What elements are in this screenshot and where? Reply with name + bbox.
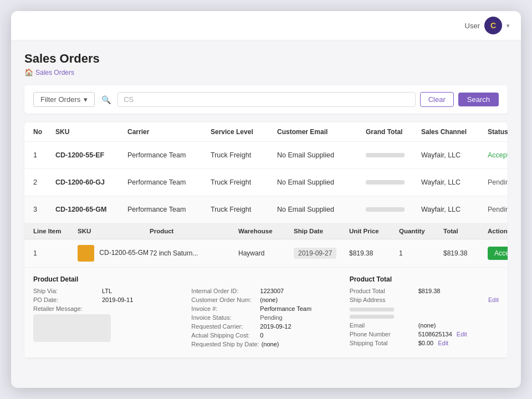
- row-sales-channel: Wayfair, LLC: [421, 151, 488, 159]
- ship-via-value: LTL: [102, 288, 112, 294]
- product-total-title: Product Total: [350, 275, 499, 283]
- status-badge: Accepted: [488, 151, 508, 159]
- col-ship-date: Ship Date: [294, 228, 349, 234]
- invoice-label: Invoice #:: [191, 305, 258, 312]
- row-sku: CD-1200-55-EF: [55, 151, 127, 159]
- row-no: 2: [33, 178, 55, 186]
- main-content: Sales Orders 🏠 Sales Orders Filter Order…: [11, 40, 521, 388]
- status-badge: Pending: [488, 178, 508, 186]
- search-icon[interactable]: 🔍: [99, 93, 113, 106]
- chevron-down-icon: ▾: [84, 95, 88, 104]
- invoice-row: Invoice #: Performance Team: [191, 305, 340, 312]
- row-service-level: Truck Freight: [211, 151, 277, 159]
- filter-orders-button[interactable]: Filter Orders ▾: [33, 92, 95, 107]
- col-sku: SKU: [55, 128, 127, 136]
- col-sku: SKU: [78, 228, 150, 234]
- row-sku: CD-1200-65-GM: [55, 206, 127, 213]
- breadcrumb-text: Sales Orders: [35, 69, 74, 76]
- retailer-msg-row: Retailer Message:: [33, 305, 182, 312]
- status-badge: Pending: [488, 206, 508, 213]
- requested-ship-value: (none): [262, 341, 279, 347]
- product-total-row: Product Total $819.38: [350, 288, 499, 294]
- invoice-status-value: Pending: [260, 314, 282, 321]
- col-warehouse: Warehouse: [238, 228, 294, 234]
- line-item-actions: Accept Reject: [488, 247, 508, 260]
- requested-ship-row: Requested Ship by Date: (none): [191, 341, 340, 347]
- line-item-quantity: 1: [399, 249, 443, 257]
- ship-via-row: Ship Via: LTL: [33, 288, 182, 294]
- invoice-status-label: Invoice Status:: [191, 314, 258, 321]
- row-no: 1: [33, 151, 55, 159]
- row-email: No Email Supplied: [277, 151, 366, 159]
- customer-order-row: Customer Order Num: (none): [191, 296, 340, 303]
- retailer-message-box: [33, 314, 111, 342]
- row-email: No Email Supplied: [277, 206, 366, 213]
- product-total-label: Product Total: [350, 288, 416, 294]
- line-item-no: 1: [33, 249, 78, 257]
- invoice-value: Performance Team: [260, 305, 311, 312]
- search-button[interactable]: Search: [458, 93, 499, 106]
- actual-shipping-label: Actual Shipping Cost:: [191, 332, 258, 339]
- table-header: No SKU Carrier Service Level Customer Em…: [24, 122, 508, 142]
- line-item-unit-price: $819.38: [349, 249, 399, 257]
- phone-edit[interactable]: Edit: [457, 331, 467, 337]
- internal-order-value: 1223007: [260, 288, 284, 294]
- shipping-edit[interactable]: Edit: [438, 340, 448, 346]
- page-title: Sales Orders: [24, 52, 508, 66]
- table-row: 3 CD-1200-65-GM Performance Team Truck F…: [24, 196, 508, 223]
- shipping-total-row: Shipping Total $0.00 Edit: [350, 340, 499, 346]
- accept-button[interactable]: Accept: [488, 247, 508, 260]
- row-carrier: Performance Team: [127, 178, 211, 186]
- row-sales-channel: Wayfair, LLC: [421, 178, 488, 186]
- row-sales-channel: Wayfair, LLC: [421, 206, 488, 213]
- ship-address-edit[interactable]: Edit: [488, 296, 499, 303]
- customer-order-label: Customer Order Num:: [191, 296, 258, 303]
- orders-table: No SKU Carrier Service Level Customer Em…: [24, 122, 508, 358]
- filter-orders-label: Filter Orders: [40, 95, 80, 104]
- ship-address-row: Ship Address Edit: [350, 296, 499, 320]
- line-item-product: 72 inch Saturn...: [150, 249, 238, 257]
- actual-shipping-value: 0: [260, 332, 263, 339]
- line-items-header: Line Item SKU Product Warehouse Ship Dat…: [24, 223, 508, 239]
- col-status: Status: [488, 128, 508, 136]
- shipping-total-label: Shipping Total: [350, 340, 416, 346]
- top-bar: User C ▾: [11, 11, 521, 40]
- clear-button[interactable]: Clear: [420, 92, 454, 107]
- search-input[interactable]: [117, 92, 415, 107]
- requested-carrier-label: Requested Carrier:: [191, 323, 258, 330]
- col-unit-price: Unit Price: [349, 228, 399, 234]
- customer-order-value: (none): [260, 296, 278, 303]
- row-grand-total: [366, 153, 421, 157]
- user-menu[interactable]: User C ▾: [465, 17, 510, 34]
- phone-value: 5108625134: [418, 331, 452, 337]
- row-service-level: Truck Freight: [211, 206, 277, 213]
- col-grand-total: Grand Total: [366, 128, 421, 136]
- col-carrier: Carrier: [127, 128, 211, 136]
- line-item-total: $819.38: [443, 249, 488, 257]
- row-no: 3: [33, 206, 55, 213]
- filter-bar: Filter Orders ▾ 🔍 Clear Search: [24, 85, 508, 114]
- row-carrier: Performance Team: [127, 151, 211, 159]
- col-quantity: Quantity: [399, 228, 443, 234]
- col-no: No: [33, 128, 55, 136]
- ship-via-label: Ship Via:: [33, 288, 100, 294]
- requested-carrier-row: Requested Carrier: 2019-09-12: [191, 323, 340, 330]
- col-action: Action: [488, 228, 508, 234]
- chevron-down-icon: ▾: [507, 22, 510, 29]
- email-value: (none): [418, 322, 436, 329]
- col-sales-channel: Sales Channel: [421, 128, 488, 136]
- ship-address-label: Ship Address: [350, 296, 416, 303]
- phone-label: Phone Number: [350, 331, 416, 337]
- col-customer-email: Customer Email: [277, 128, 366, 136]
- row-grand-total: [366, 207, 421, 212]
- requested-carrier-value: 2019-09-12: [260, 323, 291, 330]
- line-item-warehouse: Hayward: [238, 249, 294, 257]
- avatar: C: [484, 17, 502, 34]
- row-sku: CD-1200-60-GJ: [55, 178, 127, 186]
- col-service-level: Service Level: [211, 128, 277, 136]
- col-total: Total: [443, 228, 488, 234]
- internal-order-label: Internal Order ID:: [191, 288, 258, 294]
- col-line-item: Line Item: [33, 228, 78, 234]
- table-row: 1 CD-1200-55-EF Performance Team Truck F…: [24, 142, 508, 169]
- actual-shipping-row: Actual Shipping Cost: 0: [191, 332, 340, 339]
